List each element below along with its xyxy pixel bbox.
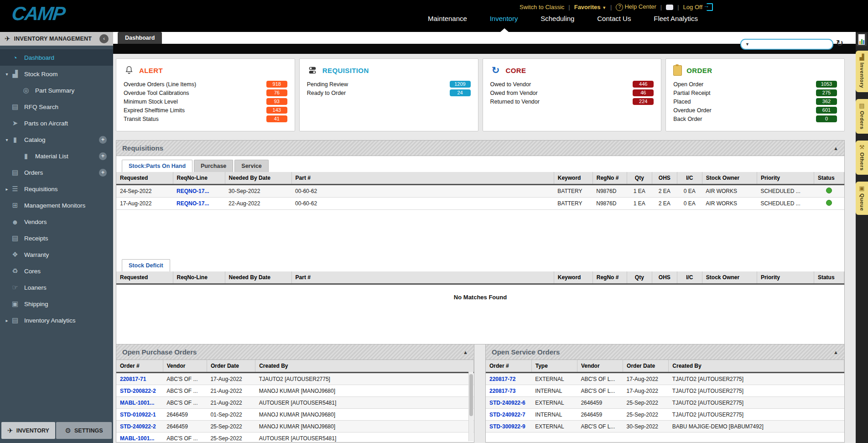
metric-count-badge[interactable]: 601 xyxy=(816,107,837,114)
caret-right-icon[interactable]: ▸ xyxy=(4,187,10,192)
metric-count-badge[interactable]: 224 xyxy=(633,98,654,105)
sidebar-item-loaners[interactable]: ☞Loaners xyxy=(0,279,113,296)
sidebar-item-inventory-analytics[interactable]: ▸▤Inventory Analytics xyxy=(0,312,113,328)
sidebar-item-part-summary[interactable]: ◎Part Summary xyxy=(0,82,113,99)
metric-count-badge[interactable]: 275 xyxy=(816,89,837,96)
collapse-panel-button[interactable]: ▲ xyxy=(833,349,838,355)
column-header-requested[interactable]: Requested xyxy=(116,172,173,185)
sidebar-item-dashboard[interactable]: ◔Dashboard xyxy=(0,49,113,66)
sidebar-item-receipts[interactable]: ▤Receipts xyxy=(0,230,113,246)
column-header-regno-[interactable]: RegNo # xyxy=(593,172,627,185)
order-link[interactable]: STD-240922-7 xyxy=(489,412,525,418)
collapse-panel-button[interactable]: ▲ xyxy=(463,349,468,355)
order-link[interactable]: MABL-1001... xyxy=(120,435,154,442)
tab-purchase[interactable]: Purchase xyxy=(194,160,233,172)
sidebar-item-parts-on-aircraft[interactable]: ➤Parts on Aircraft xyxy=(0,115,113,131)
tab-stock-deficit[interactable]: Stock Deficit xyxy=(122,259,170,271)
side-tab-inventory[interactable]: ▟Inventory xyxy=(856,51,868,92)
sidebar-item-management-monitors[interactable]: ⊞Management Monitors xyxy=(0,197,113,214)
column-header-qty[interactable]: Qty xyxy=(627,172,652,185)
column-header-status[interactable]: Status xyxy=(814,172,844,185)
column-header-priority[interactable]: Priority xyxy=(757,271,814,284)
metric-count-badge[interactable]: 918 xyxy=(266,81,287,88)
column-header-reqno-line[interactable]: ReqNo-Line xyxy=(173,172,225,185)
settings-button[interactable]: ⚙SETTINGS xyxy=(56,422,112,439)
column-header-stock-owner[interactable]: Stock Owner xyxy=(702,172,757,185)
column-header-part-[interactable]: Part # xyxy=(291,172,554,185)
expand-plus-button[interactable]: + xyxy=(99,152,107,160)
log-off-icon[interactable] xyxy=(707,3,713,11)
column-header-reqno-line[interactable]: ReqNo-Line xyxy=(173,271,225,284)
column-header-stock-owner[interactable]: Stock Owner xyxy=(702,271,757,284)
order-link[interactable]: STD-200822-2 xyxy=(120,388,156,394)
column-header-vendor[interactable]: Vendor xyxy=(163,360,207,373)
order-link[interactable]: STD-240922-6 xyxy=(489,400,525,406)
column-header-order-[interactable]: Order # xyxy=(486,360,531,373)
switch-to-classic-link[interactable]: Switch to Classic xyxy=(520,4,564,10)
metric-count-badge[interactable]: 0 xyxy=(816,115,837,122)
caret-right-icon[interactable]: ▸ xyxy=(4,318,10,323)
scrollbar[interactable] xyxy=(468,372,473,441)
order-link[interactable]: MABL-1001... xyxy=(120,400,154,406)
metric-count-badge[interactable]: 1209 xyxy=(450,81,471,88)
caret-down-icon[interactable]: ▾ xyxy=(4,137,10,142)
tab-service[interactable]: Service xyxy=(234,160,268,172)
column-header-part-[interactable]: Part # xyxy=(291,271,554,284)
nav-contact-us[interactable]: Contact Us xyxy=(597,15,631,22)
sidebar-item-vendors[interactable]: ☻Vendors xyxy=(0,214,113,230)
collapse-panel-button[interactable]: ▲ xyxy=(833,146,838,151)
column-header-order-[interactable]: Order # xyxy=(116,360,163,373)
column-header-vendor[interactable]: Vendor xyxy=(577,360,623,373)
nav-scheduling[interactable]: Scheduling xyxy=(541,15,574,22)
column-header-created-by[interactable]: Created By xyxy=(255,360,474,373)
sidebar-item-rfq-search[interactable]: ▤RFQ Search xyxy=(0,99,113,115)
nav-fleet-analytics[interactable]: Fleet Analytics xyxy=(654,15,698,22)
order-link[interactable]: 220817-71 xyxy=(120,376,146,382)
scrollbar-thumb[interactable] xyxy=(469,374,473,416)
chat-bubble-icon[interactable] xyxy=(666,5,673,10)
column-header-needed-by-date[interactable]: Needed By Date xyxy=(225,172,291,185)
order-link[interactable]: REQNO-17... xyxy=(177,200,209,207)
order-link[interactable]: STD-300922-9 xyxy=(489,423,525,430)
sidebar-item-catalog[interactable]: ▾▮Catalog+ xyxy=(0,131,113,148)
metric-count-badge[interactable]: 46 xyxy=(633,89,654,96)
log-off-link[interactable]: Log Off xyxy=(683,4,702,10)
report-doc-icon[interactable] xyxy=(857,33,867,46)
order-link[interactable]: STD-010922-1 xyxy=(120,412,156,418)
sidebar-item-cores[interactable]: ♻Cores xyxy=(0,263,113,279)
column-header-keyword[interactable]: Keyword xyxy=(554,172,593,185)
metric-count-badge[interactable]: 76 xyxy=(266,89,287,96)
column-header-needed-by-date[interactable]: Needed By Date xyxy=(225,271,291,284)
column-header-type[interactable]: Type xyxy=(531,360,577,373)
column-header-priority[interactable]: Priority xyxy=(757,172,814,185)
column-header-ohs[interactable]: OHS xyxy=(652,271,677,284)
sidebar-item-stock-room[interactable]: ▾▟Stock Room xyxy=(0,66,113,82)
order-link[interactable]: 220817-73 xyxy=(489,388,515,394)
search-input[interactable] xyxy=(749,41,832,48)
order-link[interactable]: STD-240922-2 xyxy=(120,423,156,430)
column-header-i-c[interactable]: I/C xyxy=(677,172,702,185)
nav-maintenance[interactable]: Maintenance xyxy=(428,15,467,22)
sidebar-item-material-list[interactable]: ▮Material List+ xyxy=(0,148,113,164)
metric-count-badge[interactable]: 362 xyxy=(816,98,837,105)
metric-count-badge[interactable]: 41 xyxy=(266,115,287,122)
metric-count-badge[interactable]: 1053 xyxy=(816,81,837,88)
column-header-regno-[interactable]: RegNo # xyxy=(593,271,627,284)
nav-inventory[interactable]: Inventory xyxy=(490,15,518,22)
metric-count-badge[interactable]: 446 xyxy=(633,81,654,88)
expand-plus-button[interactable]: + xyxy=(99,136,107,144)
side-tab-others[interactable]: ⚒Others xyxy=(856,141,868,175)
chevron-down-icon[interactable]: ▼ xyxy=(745,42,749,47)
order-link[interactable]: REQNO-17... xyxy=(177,188,209,194)
help-center-link[interactable]: ?Help Center xyxy=(616,3,656,11)
column-header-qty[interactable]: Qty xyxy=(627,271,652,284)
metric-count-badge[interactable]: 24 xyxy=(450,89,471,96)
tab-stock-parts-on-hand[interactable]: Stock:Parts On Hand xyxy=(122,160,192,172)
sidebar-item-warranty[interactable]: ❖Warranty xyxy=(0,246,113,263)
column-header-requested[interactable]: Requested xyxy=(116,271,173,284)
column-header-keyword[interactable]: Keyword xyxy=(554,271,593,284)
inventory-button[interactable]: ✈INVENTORY xyxy=(1,422,55,439)
favorites-menu[interactable]: Favorites ▼ xyxy=(574,4,606,10)
side-tab-orders[interactable]: ▤Orders xyxy=(856,99,868,134)
expand-plus-button[interactable]: + xyxy=(99,169,107,177)
